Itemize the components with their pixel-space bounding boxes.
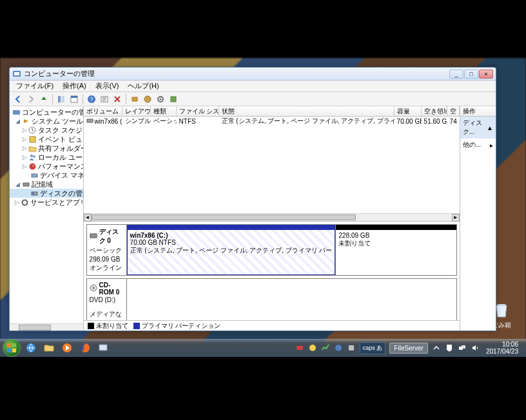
col-fs[interactable]: ファイル システム bbox=[177, 106, 219, 116]
svg-point-12 bbox=[160, 98, 162, 100]
ime-indicator[interactable]: caps あ bbox=[360, 342, 386, 354]
tree-device-manager[interactable]: デバイス マネージャー bbox=[10, 171, 83, 180]
svg-point-28 bbox=[92, 287, 94, 289]
nav-up-button[interactable] bbox=[38, 93, 50, 105]
nav-forward-button[interactable] bbox=[25, 93, 37, 105]
tray-icon-2[interactable] bbox=[308, 343, 317, 352]
volume-icon bbox=[86, 117, 93, 126]
svg-point-18 bbox=[33, 155, 35, 158]
navigation-tree: コンピューターの管理 (ローカ ◢ システム ツール ▷ タスク スケジューラ … bbox=[10, 106, 84, 330]
taskbar-app[interactable] bbox=[95, 341, 111, 355]
menubar: ファイル(F) 操作(A) 表示(V) ヘルプ(H) bbox=[10, 81, 496, 92]
svg-point-24 bbox=[23, 200, 28, 205]
actions-item-more[interactable]: 他の...▸ bbox=[460, 138, 496, 151]
svg-point-10 bbox=[144, 96, 151, 102]
action-button-1[interactable] bbox=[129, 93, 141, 105]
svg-rect-40 bbox=[349, 345, 354, 350]
menu-view[interactable]: 表示(V) bbox=[92, 81, 123, 91]
svg-rect-32 bbox=[12, 348, 16, 352]
titlebar[interactable]: コンピューターの管理 _ □ × bbox=[10, 68, 496, 81]
taskbar-active-window[interactable]: FileServer bbox=[389, 343, 428, 354]
volume-list[interactable]: win7x86 (C:) シンプル ベーシック NTFS 正常 (システム, ブ… bbox=[84, 117, 460, 213]
svg-rect-26 bbox=[90, 234, 97, 238]
tray-icon-5[interactable] bbox=[347, 343, 356, 352]
menu-action[interactable]: 操作(A) bbox=[59, 81, 90, 91]
svg-rect-23 bbox=[32, 193, 34, 195]
svg-rect-20 bbox=[32, 174, 37, 177]
disk-0-row[interactable]: ディスク 0 ベーシック 298.09 GB オンライン win7x86 (C:… bbox=[86, 224, 457, 276]
partition-c[interactable]: win7x86 (C:) 70.00 GB NTFS 正常 (システム, ブート… bbox=[127, 225, 336, 275]
tray-icon-1[interactable] bbox=[295, 343, 304, 352]
svg-rect-14 bbox=[13, 110, 20, 115]
actions-item-disk[interactable]: ディスク...▲ bbox=[460, 117, 496, 138]
actions-header: 操作 bbox=[460, 106, 496, 117]
maximize-button[interactable]: □ bbox=[464, 70, 478, 79]
taskbar-firefox[interactable] bbox=[77, 341, 93, 355]
col-capacity[interactable]: 容量 bbox=[394, 106, 422, 116]
col-pct[interactable]: 空 bbox=[447, 106, 460, 116]
refresh-button[interactable] bbox=[99, 93, 110, 105]
cdrom-icon bbox=[90, 284, 97, 293]
content-pane: ボリューム レイアウト 種類 ファイル システム 状態 容量 空き領域 空 wi… bbox=[84, 106, 460, 330]
cdrom-0-row[interactable]: CD-ROM 0 DVD (D:) メディアなし bbox=[86, 278, 457, 320]
tray-icon-3[interactable] bbox=[321, 343, 330, 352]
col-volume[interactable]: ボリューム bbox=[84, 106, 122, 116]
cdrom-0-label: CD-ROM 0 DVD (D:) メディアなし bbox=[87, 279, 127, 320]
tree-shared-folders[interactable]: ▷ 共有フォルダー bbox=[10, 144, 83, 153]
tree-performance[interactable]: ▷ パフォーマンス bbox=[10, 162, 83, 171]
partition-unallocated[interactable]: 228.09 GB 未割り当て bbox=[335, 225, 456, 275]
col-type[interactable]: 種類 bbox=[151, 106, 177, 116]
window-title: コンピューターの管理 bbox=[24, 69, 449, 79]
tree-system-tools[interactable]: ◢ システム ツール bbox=[10, 117, 83, 126]
menu-file[interactable]: ファイル(F) bbox=[12, 81, 57, 91]
legend: 未割り当て プライマリ パーティション bbox=[84, 320, 460, 330]
delete-button[interactable] bbox=[112, 93, 123, 105]
volume-row[interactable]: win7x86 (C:) シンプル ベーシック NTFS 正常 (システム, ブ… bbox=[84, 117, 460, 126]
tray-network[interactable] bbox=[458, 343, 467, 352]
tree-task-scheduler[interactable]: ▷ タスク スケジューラ bbox=[10, 126, 83, 135]
svg-rect-1 bbox=[14, 72, 19, 75]
svg-rect-31 bbox=[7, 348, 11, 352]
tray-show-hidden[interactable] bbox=[432, 343, 441, 352]
properties-button[interactable] bbox=[68, 93, 80, 105]
tray-action-center[interactable] bbox=[445, 343, 454, 352]
taskbar-wmp[interactable] bbox=[59, 341, 75, 355]
taskbar-ie[interactable] bbox=[23, 341, 39, 355]
svg-rect-36 bbox=[99, 345, 107, 350]
action-button-2[interactable] bbox=[142, 93, 153, 105]
tray-volume[interactable] bbox=[471, 343, 480, 352]
tray-icon-4[interactable] bbox=[334, 343, 343, 352]
volume-scrollbar[interactable]: ◄ ► bbox=[84, 213, 460, 221]
col-free[interactable]: 空き領域 bbox=[422, 106, 447, 116]
collapse-icon: ▲ bbox=[487, 124, 493, 131]
svg-rect-30 bbox=[12, 343, 16, 347]
menu-help[interactable]: ヘルプ(H) bbox=[124, 81, 162, 91]
settings-button[interactable] bbox=[155, 93, 166, 105]
help-button[interactable]: ? bbox=[86, 93, 97, 105]
tree-local-users[interactable]: ▷ ローカル ユーザーとグ bbox=[10, 153, 83, 162]
tree-services[interactable]: ▷ サービスとアプリケーショ bbox=[10, 198, 83, 207]
chevron-right-icon: ▸ bbox=[490, 142, 493, 149]
action-button-3[interactable] bbox=[168, 93, 179, 105]
tree-root[interactable]: コンピューターの管理 (ローカ bbox=[10, 108, 83, 117]
svg-rect-3 bbox=[61, 96, 64, 102]
tree-event-viewer[interactable]: ▷ イベント ビューアー bbox=[10, 135, 83, 144]
actions-pane: 操作 ディスク...▲ 他の...▸ bbox=[460, 106, 496, 330]
minimize-button[interactable]: _ bbox=[449, 70, 463, 79]
col-layout[interactable]: レイアウト bbox=[122, 106, 151, 116]
nav-back-button[interactable] bbox=[12, 93, 24, 105]
col-status[interactable]: 状態 bbox=[219, 106, 394, 116]
disk-icon bbox=[90, 232, 97, 241]
tree-disk-management[interactable]: ディスクの管理 bbox=[10, 189, 83, 198]
taskbar: caps あ FileServer 10:06 2017/04/23 bbox=[0, 339, 526, 357]
start-button[interactable] bbox=[3, 339, 21, 357]
show-hide-tree-button[interactable] bbox=[55, 93, 67, 105]
tree-scrollbar[interactable] bbox=[10, 323, 83, 330]
svg-rect-16 bbox=[30, 137, 35, 142]
tree-storage[interactable]: ◢ 記憶域 bbox=[10, 180, 83, 189]
taskbar-explorer[interactable] bbox=[41, 341, 57, 355]
tray-clock[interactable]: 10:06 2017/04/23 bbox=[483, 341, 521, 355]
svg-rect-13 bbox=[171, 97, 176, 102]
svg-rect-42 bbox=[462, 345, 465, 348]
close-button[interactable]: × bbox=[479, 70, 493, 79]
